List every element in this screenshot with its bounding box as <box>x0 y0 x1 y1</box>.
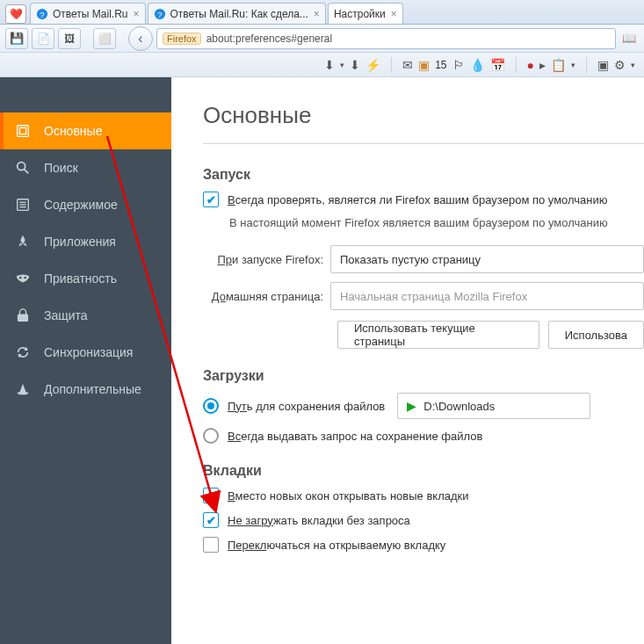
general-icon <box>14 122 32 140</box>
use-current-pages-button[interactable]: Использовать текущие страницы <box>337 321 539 349</box>
mailru-icon: ? <box>154 8 166 20</box>
drop-icon[interactable]: 💧 <box>470 58 485 72</box>
svg-text:?: ? <box>157 9 162 18</box>
radio-label: Путь для сохранения файлов <box>228 400 385 413</box>
on-start-select[interactable]: Показать пустую страницу <box>330 245 644 273</box>
svg-line-7 <box>25 170 29 174</box>
svg-point-6 <box>18 163 25 170</box>
use-bookmark-button[interactable]: Использова <box>548 321 644 349</box>
star-icon[interactable]: ▣ <box>597 58 609 72</box>
screenshot-button[interactable] <box>58 28 81 49</box>
back-button[interactable]: ‹ <box>128 26 153 51</box>
svg-rect-14 <box>18 315 28 321</box>
toolbar-row: ‹ Firefox about:preferences#general 📖 <box>0 25 644 53</box>
radio-save-to[interactable] <box>203 398 219 414</box>
checkbox-label: Переключаться на открываемую вкладку <box>228 539 445 552</box>
record-icon[interactable]: ● <box>527 58 534 72</box>
folder-play-icon: ▶ <box>407 399 416 413</box>
browser-tab-active[interactable]: Настройки × <box>328 3 403 24</box>
firefox-chip: Firefox <box>163 33 201 45</box>
checkbox-dont-load[interactable]: ✔ <box>203 512 219 528</box>
checkbox-switch-to[interactable]: ✔ <box>203 537 219 553</box>
download-path-field[interactable]: ▶ D:\Downloads <box>397 393 590 419</box>
play-icon[interactable]: ▸ <box>539 58 546 72</box>
radio-label: Всегда выдавать запрос на сохранение фай… <box>228 430 482 443</box>
checkbox-tabs-instead-windows[interactable]: ✔ <box>203 488 219 503</box>
content-icon <box>14 196 32 213</box>
home-button[interactable] <box>93 28 116 49</box>
tab-label: Ответы Mail.Ru <box>53 8 127 20</box>
sync-icon <box>14 344 32 361</box>
mailru-icon: ? <box>36 8 48 20</box>
download-icon[interactable]: ⬇ <box>324 58 335 72</box>
gear-icon[interactable]: ⚙ <box>614 58 626 72</box>
sidebar-item-advanced[interactable]: Дополнительные <box>0 371 171 408</box>
clipboard-dropdown-icon[interactable]: ▾ <box>571 61 575 69</box>
tab-label: Настройки <box>334 8 386 20</box>
download-alt-icon[interactable]: ⬇ <box>350 58 360 72</box>
page-title: Основные <box>203 102 644 129</box>
sidebar-label: Содержимое <box>44 198 118 212</box>
extension-toolbar: ⬇ ▾ ⬇ ⚡ ✉ ▣ 15 🏳 💧 📅 ● ▸ 📋 ▾ ▣ ⚙ ▾ <box>0 53 644 77</box>
flag-icon[interactable]: 🏳 <box>452 58 465 72</box>
radio-always-ask[interactable] <box>203 428 219 444</box>
sidebar-label: Поиск <box>44 161 78 175</box>
browser-tabstrip: ❤️ ? Ответы Mail.Ru × ? Ответы Mail.Ru: … <box>0 0 644 25</box>
svg-point-13 <box>24 277 26 279</box>
tab-close-icon[interactable]: × <box>391 8 397 20</box>
wizard-hat-icon <box>14 380 32 398</box>
sidebar-label: Защита <box>44 308 88 322</box>
tab-label: Ответы Mail.Ru: Как сдела... <box>170 8 308 20</box>
calendar-icon[interactable]: 📅 <box>490 58 505 72</box>
mask-icon <box>14 270 32 287</box>
sidebar-label: Дополнительные <box>44 382 141 396</box>
window-icon[interactable]: ▣ <box>418 58 430 72</box>
section-title-tabs: Вкладки <box>203 463 644 479</box>
mail-icon[interactable]: ✉ <box>402 58 413 72</box>
svg-point-12 <box>19 277 22 279</box>
lightning-icon[interactable]: ⚡ <box>365 58 380 72</box>
dropdown-icon[interactable]: ▾ <box>631 61 635 69</box>
url-field[interactable]: Firefox about:preferences#general <box>156 28 616 49</box>
browser-tab[interactable]: ? Ответы Mail.Ru: Как сдела... × <box>148 3 326 24</box>
sidebar-item-applications[interactable]: Приложения <box>0 223 171 260</box>
clipboard-icon[interactable]: 📋 <box>551 58 566 72</box>
checkbox-default-browser[interactable]: ✔ <box>203 192 219 207</box>
bookmark-heart-button[interactable]: ❤️ <box>5 4 26 24</box>
rocket-icon <box>14 233 32 250</box>
on-start-label: При запуске Firefox: <box>203 253 330 266</box>
lock-icon <box>14 307 32 324</box>
sidebar-item-content[interactable]: Содержимое <box>0 186 171 223</box>
homepage-label: Домашняя страница: <box>203 290 330 303</box>
sidebar-item-search[interactable]: Поиск <box>0 149 171 186</box>
checkbox-label: Не загружать вкладки без запроса <box>228 514 410 527</box>
preferences-sidebar: Основные Поиск Содержимое Приложения При… <box>0 77 171 644</box>
new-page-button[interactable] <box>32 28 54 49</box>
preferences-content: Основные Запуск ✔ Всегда проверять, явля… <box>171 77 644 644</box>
homepage-input[interactable]: Начальная страница Mozilla Firefox <box>330 282 644 310</box>
default-browser-info: В настоящий момент Firefox является ваши… <box>229 216 644 229</box>
download-dropdown-icon[interactable]: ▾ <box>340 61 344 69</box>
svg-rect-5 <box>19 127 25 134</box>
tab-close-icon[interactable]: × <box>314 8 320 20</box>
count-badge: 15 <box>435 59 446 71</box>
svg-rect-4 <box>18 126 29 137</box>
sidebar-label: Приватность <box>44 271 117 286</box>
browser-tab[interactable]: ? Ответы Mail.Ru × <box>30 3 146 24</box>
sidebar-item-sync[interactable]: Синхронизация <box>0 334 171 371</box>
svg-point-15 <box>18 392 29 395</box>
checkbox-label: Всегда проверять, является ли Firefox ва… <box>228 193 608 206</box>
divider <box>203 143 644 144</box>
sidebar-item-security[interactable]: Защита <box>0 297 171 334</box>
save-button[interactable] <box>5 28 28 49</box>
sidebar-label: Основные <box>44 124 102 138</box>
tab-close-icon[interactable]: × <box>133 8 139 20</box>
reader-mode-icon[interactable]: 📖 <box>619 29 639 48</box>
main-area: Основные Поиск Содержимое Приложения При… <box>0 77 644 644</box>
section-title-downloads: Загрузки <box>203 368 644 384</box>
url-text: about:preferences#general <box>206 33 332 45</box>
section-title-startup: Запуск <box>203 167 644 183</box>
download-path-text: D:\Downloads <box>423 400 495 413</box>
sidebar-item-privacy[interactable]: Приватность <box>0 260 171 297</box>
sidebar-item-general[interactable]: Основные <box>0 112 171 149</box>
